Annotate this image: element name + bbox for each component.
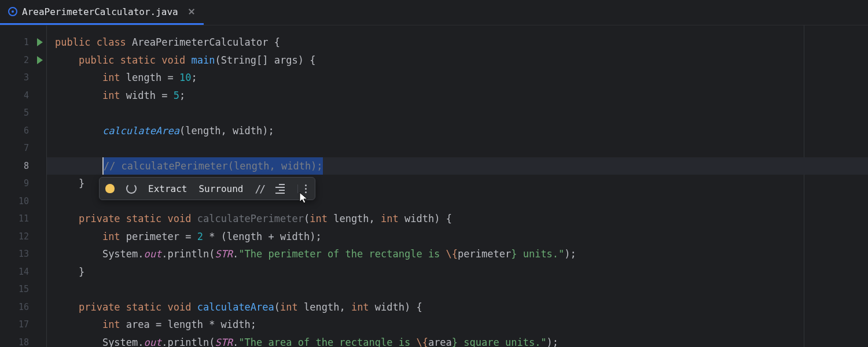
line-number[interactable]: 1 — [0, 34, 46, 51]
line-number[interactable]: 7 — [0, 139, 46, 157]
line-number[interactable]: 13 — [0, 245, 46, 263]
editor-tab[interactable]: AreaPerimeterCalculator.java — [0, 0, 204, 25]
line-number[interactable]: 11 — [0, 210, 46, 228]
bulb-icon — [105, 184, 115, 193]
line-number[interactable]: 6 — [0, 122, 46, 140]
extract-button[interactable]: Extract — [146, 182, 189, 195]
editor: 1 2 3 4 5 6 7 8 9 10 11 12 13 14 15 16 1… — [0, 25, 868, 347]
line-number[interactable]: 10 — [0, 193, 46, 211]
line-number[interactable]: 18 — [0, 334, 46, 348]
line-number[interactable]: 2 — [0, 51, 46, 69]
code-area[interactable]: public class AreaPerimeterCalculator { p… — [46, 25, 868, 347]
text-selection: // calculatePerimeter(length, width); — [102, 157, 323, 175]
java-file-icon — [8, 7, 17, 16]
mouse-cursor — [299, 191, 310, 205]
intention-bulb-button[interactable] — [103, 183, 117, 194]
line-number[interactable]: 3 — [0, 69, 46, 87]
run-gutter-icon[interactable] — [37, 56, 43, 64]
line-number[interactable]: 9 — [0, 175, 46, 193]
tab-filename: AreaPerimeterCalculator.java — [22, 6, 178, 17]
line-number[interactable]: 14 — [0, 263, 46, 281]
reformat-icon — [275, 184, 286, 194]
tab-bar: AreaPerimeterCalculator.java — [0, 0, 868, 25]
ai-action-button[interactable] — [124, 182, 139, 195]
reformat-button[interactable] — [273, 183, 288, 195]
comment-button[interactable]: // — [253, 182, 267, 196]
line-number[interactable]: 4 — [0, 87, 46, 105]
run-gutter-icon[interactable] — [37, 38, 43, 46]
comment-icon: // — [255, 183, 264, 195]
line-number[interactable]: 15 — [0, 280, 46, 298]
line-number[interactable]: 5 — [0, 104, 46, 122]
close-icon[interactable] — [187, 8, 196, 16]
gutter: 1 2 3 4 5 6 7 8 9 10 11 12 13 14 15 16 1… — [0, 25, 46, 347]
line-number[interactable]: 17 — [0, 316, 46, 334]
line-number[interactable]: 12 — [0, 228, 46, 246]
surround-button[interactable]: Surround — [196, 182, 245, 195]
ai-icon — [126, 183, 137, 194]
line-number[interactable]: 8 — [0, 157, 46, 175]
line-number[interactable]: 16 — [0, 298, 46, 316]
floating-toolbar: Extract Surround // — [99, 177, 315, 200]
